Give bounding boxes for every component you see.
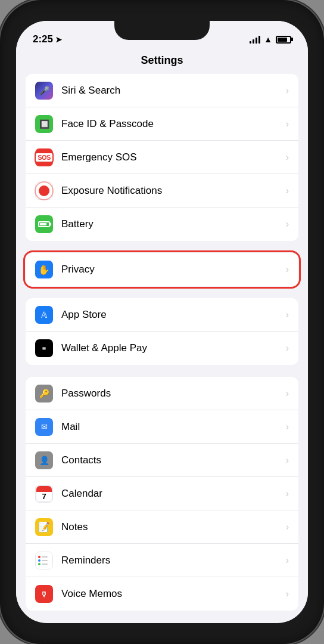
- chevron-icon: ›: [286, 343, 289, 354]
- list-item[interactable]: 🎤 Siri & Search ›: [26, 74, 298, 107]
- wallet-label: Wallet & Apple Pay: [61, 342, 286, 354]
- signal-icon: [250, 35, 260, 44]
- notes-label: Notes: [61, 521, 286, 533]
- list-item[interactable]: 🔲 Face ID & Passcode ›: [26, 107, 298, 141]
- passwords-label: Passwords: [61, 388, 286, 400]
- chevron-icon: ›: [286, 388, 289, 399]
- privacy-section: ✋ Privacy ›: [26, 253, 298, 286]
- section-1: 🎤 Siri & Search › 🔲 Face ID & Passcode ›: [26, 74, 298, 241]
- list-item[interactable]: Exposure Notifications ›: [26, 174, 298, 208]
- section-2: 𝔸 App Store › ≡ Wallet & Apple Pay ›: [26, 298, 298, 365]
- battery-status-icon: [276, 36, 291, 44]
- privacy-label: Privacy: [61, 264, 286, 275]
- voicememos-label: Voice Memos: [61, 588, 286, 600]
- exposure-icon: [35, 182, 53, 200]
- screen: 2:25 ➤ ▲ Settings: [16, 21, 308, 623]
- appstore-label: App Store: [61, 309, 286, 321]
- reminders-label: Reminders: [61, 555, 286, 566]
- list-item[interactable]: Battery ›: [26, 208, 298, 241]
- list-item[interactable]: 𝔸 App Store ›: [26, 298, 298, 332]
- calendar-icon-inner: 7: [36, 485, 52, 502]
- reminder-line-3: [38, 563, 48, 565]
- sos-icon: SOS: [35, 148, 53, 166]
- chevron-icon: ›: [286, 455, 289, 466]
- signal-bar-4: [258, 36, 260, 44]
- reminder-line-2: [38, 559, 48, 562]
- siri-icon: 🎤: [35, 82, 53, 100]
- reminder-line-1: [38, 556, 48, 558]
- battery-fill: [278, 38, 287, 42]
- reminder-dot: [38, 556, 40, 558]
- time-label: 2:25: [33, 33, 53, 45]
- privacy-icon: ✋: [35, 261, 53, 278]
- chevron-icon: ›: [286, 185, 289, 196]
- calendar-strip: [36, 486, 52, 492]
- signal-bar-1: [250, 41, 251, 44]
- location-arrow-icon: ➤: [55, 35, 62, 44]
- section-3: 🔑 Passwords › ✉ Mail › 👤: [26, 377, 298, 611]
- chevron-icon: ›: [286, 589, 289, 599]
- reminder-dash: [42, 564, 48, 565]
- phone-frame: 2:25 ➤ ▲ Settings: [0, 0, 324, 644]
- chevron-icon: ›: [286, 309, 289, 320]
- chevron-icon: ›: [286, 119, 289, 129]
- list-item[interactable]: 📝 Notes ›: [26, 510, 298, 544]
- exposure-label: Exposure Notifications: [61, 185, 286, 197]
- reminder-dot: [38, 559, 40, 562]
- list-item[interactable]: 👤 Contacts ›: [26, 444, 298, 477]
- exposure-dot: [39, 185, 49, 196]
- list-item[interactable]: SOS Emergency SOS ›: [26, 141, 298, 174]
- siri-label: Siri & Search: [61, 85, 286, 97]
- mail-label: Mail: [61, 421, 286, 433]
- reminders-icon-inner: [35, 552, 53, 569]
- page-title: Settings: [16, 49, 308, 74]
- list-item[interactable]: ✉ Mail ›: [26, 410, 298, 444]
- appstore-icon: 𝔸: [35, 306, 53, 324]
- reminder-dash: [42, 560, 48, 561]
- battery-icon: [35, 215, 53, 233]
- notch: [114, 21, 210, 40]
- faceid-icon: 🔲: [35, 115, 53, 133]
- calendar-icon: 7: [35, 485, 53, 503]
- reminders-icon: [35, 552, 53, 569]
- list-item[interactable]: ≡ Wallet & Apple Pay ›: [26, 332, 298, 365]
- list-item[interactable]: Reminders ›: [26, 544, 298, 577]
- list-item[interactable]: 7 Calendar ›: [26, 477, 298, 510]
- battery-label: Battery: [61, 218, 286, 230]
- voicememos-icon: 🎙: [35, 585, 53, 603]
- notes-icon: 📝: [35, 518, 53, 536]
- reminder-dash: [42, 556, 48, 558]
- sos-label: Emergency SOS: [61, 151, 286, 163]
- contacts-icon: 👤: [35, 451, 53, 469]
- mail-icon: ✉: [35, 418, 53, 436]
- chevron-icon: ›: [286, 555, 289, 566]
- calendar-label: Calendar: [61, 488, 286, 500]
- chevron-icon: ›: [286, 152, 289, 163]
- wallet-icon: ≡: [35, 339, 53, 357]
- status-icons: ▲: [250, 35, 291, 44]
- chevron-icon: ›: [286, 219, 289, 230]
- passwords-icon: 🔑: [35, 385, 53, 402]
- settings-list: 🎤 Siri & Search › 🔲 Face ID & Passcode ›: [16, 74, 308, 621]
- contacts-label: Contacts: [61, 454, 286, 466]
- list-item[interactable]: 🔑 Passwords ›: [26, 377, 298, 410]
- list-item[interactable]: 🎙 Voice Memos ›: [26, 577, 298, 611]
- status-time: 2:25 ➤: [33, 33, 62, 45]
- sos-badge: SOS: [35, 152, 54, 163]
- chevron-icon: ›: [286, 488, 289, 499]
- wifi-icon: ▲: [264, 35, 272, 44]
- calendar-date: 7: [42, 493, 46, 500]
- privacy-list-item[interactable]: ✋ Privacy ›: [26, 253, 298, 286]
- privacy-section-wrapper: ✋ Privacy ›: [26, 253, 298, 286]
- chevron-icon: ›: [286, 264, 289, 275]
- faceid-label: Face ID & Passcode: [61, 118, 286, 130]
- chevron-icon: ›: [286, 522, 289, 532]
- chevron-icon: ›: [286, 422, 289, 432]
- signal-bar-3: [256, 38, 257, 44]
- chevron-icon: ›: [286, 85, 289, 96]
- signal-bar-2: [253, 39, 254, 44]
- reminder-dot: [38, 563, 40, 565]
